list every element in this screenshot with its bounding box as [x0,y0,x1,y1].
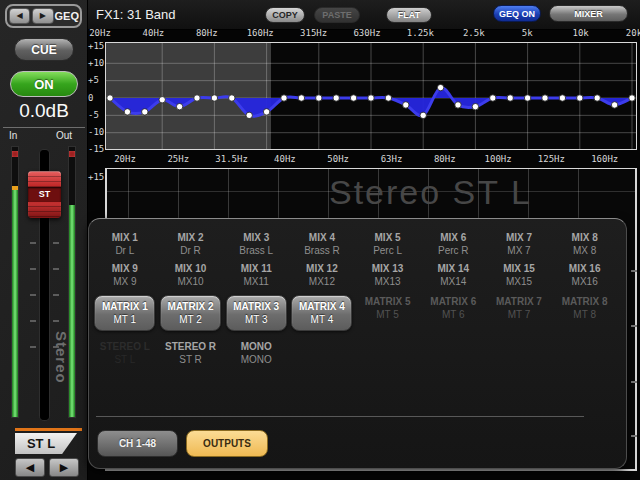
geq-band-handle[interactable] [542,95,548,101]
channel-label: MIX 8 [552,231,618,244]
channel-select-button[interactable]: MIX 7MX 7 [486,231,552,257]
channel-name-label[interactable]: ST L [15,433,77,454]
geq-on-toggle-button[interactable]: GEQ ON [493,5,541,22]
tab-ch-1-48[interactable]: CH 1-48 [97,430,178,457]
channel-select-button[interactable]: MONOMONO [223,340,289,366]
channel-sublabel: MT 7 [486,308,552,321]
channel-selected-button[interactable]: MATRIX 2MT 2 [160,295,221,331]
channel-selected-button[interactable]: MATRIX 3MT 3 [226,295,287,331]
meter-fill [12,190,18,417]
geq-band-handle[interactable] [159,97,165,103]
prev-channel-arrow-button[interactable]: ◀ [15,458,45,477]
geq-band-handle[interactable] [333,95,339,101]
geq-band-handle[interactable] [263,109,269,115]
channel-sublabel: MX14 [420,275,486,288]
channel-selected-button[interactable]: MATRIX 1MT 1 [94,295,155,331]
channel-select-button[interactable]: MIX 14MX14 [420,262,486,288]
geq-band-handle[interactable] [559,95,565,101]
geq-band-handle[interactable] [176,103,182,109]
geq-band-handle[interactable] [211,95,217,101]
geq-band-handle[interactable] [437,84,443,90]
page-title: FX1: 31 Band [96,7,176,22]
channel-select-button[interactable]: MIX 16MX16 [552,262,618,288]
geq-band-handle[interactable] [490,95,496,101]
cue-button[interactable]: CUE [14,38,74,61]
channel-select-button[interactable]: MIX 13MX13 [355,262,421,288]
channel-select-button[interactable]: MIX 5Perc L [355,231,421,257]
channel-label: MIX 1 [92,231,158,244]
geq-band-handle[interactable] [194,95,200,101]
channel-label: MIX 14 [420,262,486,275]
fader-scale-tick [30,320,36,322]
flat-button[interactable]: FLAT [386,7,432,23]
geq-band-handle[interactable] [524,95,530,101]
geq-band-handle[interactable] [472,103,478,109]
zoom-freq-axis-label: 80Hz [434,154,456,164]
channel-select-button[interactable]: MATRIX 3MT 3 [223,295,289,331]
channel-select-button[interactable]: MATRIX 4MT 4 [289,295,355,331]
channel-sublabel: MX11 [223,275,289,288]
channel-on-button[interactable]: ON [10,71,78,97]
geq-band-handle[interactable] [124,109,130,115]
tab-outputs[interactable]: OUTPUTS [186,430,268,457]
geq-band-handle[interactable] [350,95,356,101]
geq-band-handle[interactable] [229,95,235,101]
meter-in-label: In [9,130,17,141]
channel-watermark-label: Stereo ST L [329,173,532,212]
geq-band-handle[interactable] [420,112,426,118]
next-channel-arrow-button[interactable]: ▶ [49,458,79,477]
empty-cell [486,340,552,366]
channel-select-button[interactable]: STEREO RST R [158,340,224,366]
channel-select-button[interactable]: MIX 2Dr R [158,231,224,257]
channel-select-button[interactable]: MIX 8MX 8 [552,231,618,257]
channel-select-button[interactable]: MATRIX 5MT 5 [355,295,421,331]
geq-curve-graph[interactable] [105,42,637,150]
channel-select-button[interactable]: MIX 15MX15 [486,262,552,288]
geq-band-handle[interactable] [385,95,391,101]
geq-band-handle[interactable] [611,102,617,108]
channel-label: MATRIX 3 [227,300,286,313]
next-channel-button[interactable]: ▶ [32,8,53,24]
channel-select-button[interactable]: MATRIX 8MT 8 [552,295,618,331]
channel-select-button[interactable]: MATRIX 2MT 2 [158,295,224,331]
channel-sublabel: MX10 [158,275,224,288]
channel-select-button[interactable]: MIX 10MX10 [158,262,224,288]
mixer-button[interactable]: MIXER [549,5,628,22]
channel-select-button[interactable]: MATRIX 1MT 1 [92,295,158,331]
geq-band-handle[interactable] [281,95,287,101]
channel-sublabel: MT 6 [420,308,486,321]
geq-band-handle[interactable] [629,95,635,101]
geq-band-handle[interactable] [142,109,148,115]
channel-select-button[interactable]: MATRIX 7MT 7 [486,295,552,331]
paste-button[interactable]: PASTE [314,7,360,23]
channel-select-button[interactable]: STEREO LST L [92,340,158,366]
prev-channel-button[interactable]: ◀ [9,8,30,24]
channel-select-button[interactable]: MIX 11MX11 [223,262,289,288]
geq-band-handle[interactable] [368,95,374,101]
geq-band-handle[interactable] [403,102,409,108]
channel-select-button[interactable]: MATRIX 6MT 6 [420,295,486,331]
geq-band-handle[interactable] [507,95,513,101]
channel-sublabel: MX 7 [486,244,552,257]
geq-band-handle[interactable] [577,95,583,101]
geq-band-handle[interactable] [246,112,252,118]
channel-sublabel: MONO [223,353,289,366]
input-level-meter [11,146,19,418]
geq-band-handle[interactable] [298,95,304,101]
geq-band-handle[interactable] [316,95,322,101]
channel-selected-button[interactable]: MATRIX 4MT 4 [291,295,352,331]
channel-select-button[interactable]: MIX 9MX 9 [92,262,158,288]
channel-select-button[interactable]: MIX 12MX12 [289,262,355,288]
channel-sublabel: Dr L [92,244,158,257]
channel-select-button[interactable]: MIX 3Brass L [223,231,289,257]
copy-button[interactable]: COPY [265,7,305,23]
geq-band-handle[interactable] [455,102,461,108]
channel-label: MATRIX 1 [95,300,154,313]
geq-band-handle[interactable] [594,95,600,101]
geq-band-handle[interactable] [107,95,113,101]
channel-select-button[interactable]: MIX 1Dr L [92,231,158,257]
channel-select-button[interactable]: MIX 6Perc R [420,231,486,257]
geq-main-area: FX1: 31 Band COPY PASTE FLAT GEQ ON MIXE… [88,0,640,480]
channel-select-button[interactable]: MIX 4Brass R [289,231,355,257]
channel-fader-knob[interactable]: ST [28,171,61,218]
